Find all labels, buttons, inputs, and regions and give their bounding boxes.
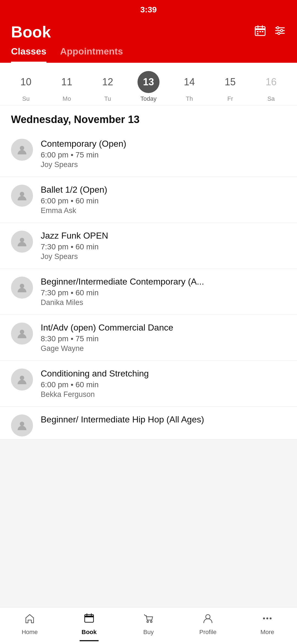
svg-point-14 [20, 146, 24, 150]
day-number-16: 16 [260, 71, 282, 93]
tab-classes[interactable]: Classes [11, 46, 46, 63]
day-number-11: 11 [56, 71, 78, 93]
class-name: Conditioning and Stretching [41, 369, 286, 379]
svg-point-11 [277, 27, 279, 29]
avatar [11, 323, 33, 345]
class-time: 6:00 pm • 60 min [41, 197, 286, 205]
class-item[interactable]: Beginner/ Intermediate Hip Hop (All Ages… [0, 407, 297, 440]
day-label-12: Tu [104, 95, 111, 102]
avatar [11, 185, 33, 207]
header: Book [0, 17, 297, 41]
class-info: Beginner/ Intermediate Hip Hop (All Ages… [41, 414, 286, 426]
date-heading: Wednesday, November 13 [0, 105, 297, 131]
class-time: 7:30 pm • 60 min [41, 288, 286, 297]
class-name: Int/Adv (open) Commercial Dance [41, 323, 286, 333]
tab-appointments[interactable]: Appointments [60, 46, 123, 63]
calendar-day-10[interactable]: 10 Su [15, 71, 37, 102]
header-title: Book [11, 23, 51, 41]
class-name: Ballet 1/2 (Open) [41, 185, 286, 195]
class-name: Jazz Funk OPEN [41, 231, 286, 241]
class-instructor: Emma Ask [41, 206, 286, 215]
avatar [11, 414, 33, 436]
day-number-12: 12 [97, 71, 119, 93]
day-label-15: Fr [227, 95, 233, 102]
class-item[interactable]: Conditioning and Stretching 6:00 pm • 60… [0, 361, 297, 407]
class-time: 6:00 pm • 75 min [41, 151, 286, 159]
day-number-14: 14 [178, 71, 200, 93]
class-instructor: Joy Spears [41, 160, 286, 169]
class-item[interactable]: Int/Adv (open) Commercial Dance 8:30 pm … [0, 315, 297, 361]
class-info: Int/Adv (open) Commercial Dance 8:30 pm … [41, 323, 286, 353]
class-info: Jazz Funk OPEN 7:30 pm • 60 min Joy Spea… [41, 231, 286, 261]
svg-rect-1 [255, 28, 265, 30]
class-item[interactable]: Ballet 1/2 (Open) 6:00 pm • 60 min Emma … [0, 177, 297, 223]
calendar-day-12[interactable]: 12 Tu [97, 71, 119, 102]
svg-point-12 [280, 29, 283, 32]
class-instructor: Joy Spears [41, 252, 286, 261]
header-icons [254, 24, 286, 39]
class-info: Contemporary (Open) 6:00 pm • 75 min Joy… [41, 139, 286, 169]
class-name: Beginner/ Intermediate Hip Hop (All Ages… [41, 414, 286, 425]
calendar-day-15[interactable]: 15 Fr [219, 71, 241, 102]
day-number-15: 15 [219, 71, 241, 93]
day-label-11: Mo [63, 95, 71, 102]
svg-rect-7 [257, 33, 258, 34]
status-time: 3:39 [140, 5, 157, 14]
svg-point-15 [20, 192, 24, 196]
avatar [11, 277, 33, 299]
class-item[interactable]: Jazz Funk OPEN 7:30 pm • 60 min Joy Spea… [0, 223, 297, 269]
svg-rect-4 [257, 31, 258, 32]
svg-point-19 [20, 376, 24, 380]
calendar-day-16[interactable]: 16 Sa [260, 71, 282, 102]
svg-point-16 [20, 238, 24, 242]
day-number-10: 10 [15, 71, 37, 93]
svg-point-20 [20, 422, 24, 426]
calendar-day-14[interactable]: 14 Th [178, 71, 200, 102]
avatar [11, 139, 33, 161]
calendar-day-13[interactable]: 13 Today [138, 71, 160, 102]
class-info: Conditioning and Stretching 6:00 pm • 60… [41, 369, 286, 399]
class-instructor: Bekka Ferguson [41, 390, 286, 399]
avatar [11, 369, 33, 391]
svg-rect-6 [262, 31, 263, 32]
calendar-icon[interactable] [254, 24, 266, 39]
svg-rect-5 [259, 31, 261, 32]
calendar-strip: 10 Su 11 Mo 12 Tu 13 Today 14 Th 15 Fr 1… [0, 63, 297, 105]
day-label-13: Today [141, 95, 157, 102]
avatar [11, 231, 33, 253]
status-bar: 3:39 [0, 0, 297, 17]
day-number-13: 13 [138, 71, 160, 93]
class-time: 8:30 pm • 75 min [41, 334, 286, 343]
day-label-14: Th [186, 95, 193, 102]
class-info: Ballet 1/2 (Open) 6:00 pm • 60 min Emma … [41, 185, 286, 215]
calendar-day-11[interactable]: 11 Mo [56, 71, 78, 102]
class-item[interactable]: Beginner/Intermediate Contemporary (A...… [0, 269, 297, 315]
svg-point-17 [20, 284, 24, 288]
svg-point-18 [20, 330, 24, 334]
filter-icon[interactable] [274, 24, 286, 39]
class-instructor: Gage Wayne [41, 344, 286, 353]
day-label-10: Su [22, 95, 30, 102]
svg-point-13 [278, 32, 280, 34]
class-name: Beginner/Intermediate Contemporary (A... [41, 277, 286, 287]
day-label-16: Sa [267, 95, 275, 102]
class-item[interactable]: Contemporary (Open) 6:00 pm • 75 min Joy… [0, 131, 297, 177]
class-name: Contemporary (Open) [41, 139, 286, 149]
tabs-bar: Classes Appointments [0, 41, 297, 63]
class-info: Beginner/Intermediate Contemporary (A...… [41, 277, 286, 307]
classes-list: Contemporary (Open) 6:00 pm • 75 min Joy… [0, 131, 297, 440]
class-instructor: Danika Miles [41, 298, 286, 307]
class-time: 7:30 pm • 60 min [41, 242, 286, 251]
class-time: 6:00 pm • 60 min [41, 380, 286, 389]
